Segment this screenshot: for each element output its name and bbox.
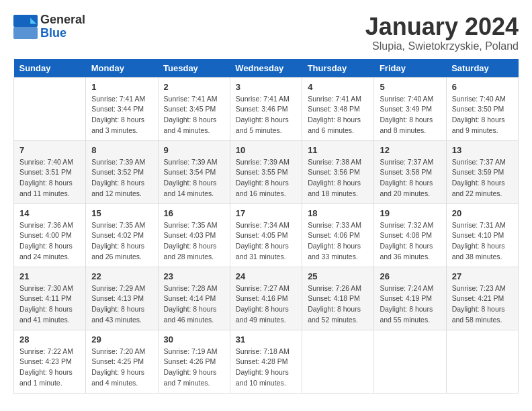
day-detail: Sunrise: 7:41 AMSunset: 3:44 PMDaylight:… — [91, 94, 152, 136]
calendar-cell: 10Sunrise: 7:39 AMSunset: 3:55 PMDayligh… — [230, 140, 302, 203]
logo-line2: Blue — [40, 27, 85, 40]
day-number: 8 — [91, 145, 152, 155]
day-detail: Sunrise: 7:37 AMSunset: 3:58 PMDaylight:… — [380, 157, 440, 199]
calendar-cell: 17Sunrise: 7:34 AMSunset: 4:05 PMDayligh… — [230, 203, 302, 267]
day-header-tuesday: Tuesday — [158, 59, 230, 78]
day-detail: Sunrise: 7:35 AMSunset: 4:02 PMDaylight:… — [91, 220, 152, 263]
day-detail: Sunrise: 7:32 AMSunset: 4:08 PMDaylight:… — [380, 220, 440, 263]
day-number: 18 — [308, 208, 368, 218]
day-number: 10 — [236, 145, 296, 155]
day-number: 25 — [308, 271, 368, 281]
calendar-cell: 25Sunrise: 7:26 AMSunset: 4:18 PMDayligh… — [302, 267, 374, 330]
month-title: January 2024 — [365, 13, 519, 40]
day-number: 29 — [91, 334, 152, 345]
calendar-cell: 29Sunrise: 7:20 AMSunset: 4:25 PMDayligh… — [86, 330, 158, 393]
day-number: 21 — [19, 271, 80, 281]
calendar-cell: 14Sunrise: 7:36 AMSunset: 4:00 PMDayligh… — [14, 203, 86, 267]
day-detail: Sunrise: 7:38 AMSunset: 3:56 PMDaylight:… — [308, 157, 368, 199]
day-header-sunday: Sunday — [14, 59, 86, 78]
day-detail: Sunrise: 7:27 AMSunset: 4:16 PMDaylight:… — [236, 283, 296, 326]
day-number: 12 — [380, 145, 440, 155]
calendar-cell — [446, 330, 518, 393]
calendar-cell: 1Sunrise: 7:41 AMSunset: 3:44 PMDaylight… — [86, 77, 158, 140]
day-number: 20 — [452, 208, 513, 218]
location: Slupia, Swietokrzyskie, Poland — [365, 40, 519, 52]
day-detail: Sunrise: 7:23 AMSunset: 4:21 PMDaylight:… — [452, 283, 513, 326]
day-detail: Sunrise: 7:26 AMSunset: 4:18 PMDaylight:… — [308, 283, 368, 326]
day-detail: Sunrise: 7:41 AMSunset: 3:45 PMDaylight:… — [164, 94, 224, 136]
calendar-cell: 6Sunrise: 7:40 AMSunset: 3:50 PMDaylight… — [446, 77, 518, 140]
day-detail: Sunrise: 7:36 AMSunset: 4:00 PMDaylight:… — [19, 220, 80, 263]
calendar-cell: 27Sunrise: 7:23 AMSunset: 4:21 PMDayligh… — [446, 267, 518, 330]
day-detail: Sunrise: 7:39 AMSunset: 3:52 PMDaylight:… — [91, 157, 152, 199]
day-number: 30 — [164, 334, 224, 345]
calendar-header: SundayMondayTuesdayWednesdayThursdayFrid… — [14, 59, 519, 78]
day-number: 16 — [164, 208, 224, 218]
title-block: January 2024 Slupia, Swietokrzyskie, Pol… — [365, 13, 519, 52]
day-detail: Sunrise: 7:29 AMSunset: 4:13 PMDaylight:… — [91, 283, 152, 326]
day-detail: Sunrise: 7:35 AMSunset: 4:03 PMDaylight:… — [164, 220, 224, 263]
day-number: 19 — [380, 208, 440, 218]
calendar-cell: 16Sunrise: 7:35 AMSunset: 4:03 PMDayligh… — [158, 203, 230, 267]
calendar-table: SundayMondayTuesdayWednesdayThursdayFrid… — [13, 59, 519, 394]
day-detail: Sunrise: 7:40 AMSunset: 3:50 PMDaylight:… — [452, 94, 513, 136]
calendar-cell: 9Sunrise: 7:39 AMSunset: 3:54 PMDaylight… — [158, 140, 230, 203]
day-header-thursday: Thursday — [302, 59, 374, 78]
calendar-cell — [14, 77, 86, 140]
day-number: 27 — [452, 271, 513, 281]
day-number: 9 — [164, 145, 224, 155]
day-number: 1 — [91, 82, 152, 92]
calendar-cell: 21Sunrise: 7:30 AMSunset: 4:11 PMDayligh… — [14, 267, 86, 330]
day-number: 14 — [19, 208, 80, 218]
calendar-cell: 19Sunrise: 7:32 AMSunset: 4:08 PMDayligh… — [374, 203, 446, 267]
calendar-cell: 13Sunrise: 7:37 AMSunset: 3:59 PMDayligh… — [446, 140, 518, 203]
day-detail: Sunrise: 7:39 AMSunset: 3:55 PMDaylight:… — [236, 157, 296, 199]
logo-line1: General — [40, 13, 85, 27]
day-detail: Sunrise: 7:18 AMSunset: 4:28 PMDaylight:… — [236, 347, 296, 389]
day-detail: Sunrise: 7:28 AMSunset: 4:14 PMDaylight:… — [164, 283, 224, 326]
calendar-cell: 8Sunrise: 7:39 AMSunset: 3:52 PMDaylight… — [86, 140, 158, 203]
calendar-cell: 22Sunrise: 7:29 AMSunset: 4:13 PMDayligh… — [86, 267, 158, 330]
calendar-cell — [302, 330, 374, 393]
day-number: 3 — [236, 82, 296, 92]
day-number: 7 — [19, 145, 80, 155]
day-detail: Sunrise: 7:40 AMSunset: 3:51 PMDaylight:… — [19, 157, 80, 199]
day-number: 22 — [91, 271, 152, 281]
day-detail: Sunrise: 7:33 AMSunset: 4:06 PMDaylight:… — [308, 220, 368, 263]
calendar-cell: 4Sunrise: 7:41 AMSunset: 3:48 PMDaylight… — [302, 77, 374, 140]
logo: General Blue — [13, 13, 85, 40]
svg-rect-1 — [13, 27, 38, 39]
day-header-wednesday: Wednesday — [230, 59, 302, 78]
day-header-friday: Friday — [374, 59, 446, 78]
calendar-cell: 18Sunrise: 7:33 AMSunset: 4:06 PMDayligh… — [302, 203, 374, 267]
day-detail: Sunrise: 7:40 AMSunset: 3:49 PMDaylight:… — [380, 94, 440, 136]
day-number: 2 — [164, 82, 224, 92]
calendar-cell: 20Sunrise: 7:31 AMSunset: 4:10 PMDayligh… — [446, 203, 518, 267]
calendar-body: 1Sunrise: 7:41 AMSunset: 3:44 PMDaylight… — [14, 77, 519, 393]
day-number: 11 — [308, 145, 368, 155]
day-number: 28 — [19, 334, 80, 345]
calendar-cell: 15Sunrise: 7:35 AMSunset: 4:02 PMDayligh… — [86, 203, 158, 267]
day-number: 4 — [308, 82, 368, 92]
day-detail: Sunrise: 7:20 AMSunset: 4:25 PMDaylight:… — [91, 347, 152, 389]
calendar-cell: 11Sunrise: 7:38 AMSunset: 3:56 PMDayligh… — [302, 140, 374, 203]
calendar-cell: 7Sunrise: 7:40 AMSunset: 3:51 PMDaylight… — [14, 140, 86, 203]
day-header-monday: Monday — [86, 59, 158, 78]
calendar-cell: 24Sunrise: 7:27 AMSunset: 4:16 PMDayligh… — [230, 267, 302, 330]
svg-rect-0 — [13, 15, 38, 27]
day-number: 15 — [91, 208, 152, 218]
day-detail: Sunrise: 7:30 AMSunset: 4:11 PMDaylight:… — [19, 283, 80, 326]
day-detail: Sunrise: 7:34 AMSunset: 4:05 PMDaylight:… — [236, 220, 296, 263]
logo-icon — [13, 15, 38, 39]
day-number: 17 — [236, 208, 296, 218]
calendar-cell: 5Sunrise: 7:40 AMSunset: 3:49 PMDaylight… — [374, 77, 446, 140]
day-detail: Sunrise: 7:22 AMSunset: 4:23 PMDaylight:… — [19, 347, 80, 389]
day-detail: Sunrise: 7:39 AMSunset: 3:54 PMDaylight:… — [164, 157, 224, 199]
calendar-cell: 26Sunrise: 7:24 AMSunset: 4:19 PMDayligh… — [374, 267, 446, 330]
day-number: 24 — [236, 271, 296, 281]
day-number: 13 — [452, 145, 513, 155]
day-detail: Sunrise: 7:19 AMSunset: 4:26 PMDaylight:… — [164, 347, 224, 389]
calendar-cell: 23Sunrise: 7:28 AMSunset: 4:14 PMDayligh… — [158, 267, 230, 330]
calendar-cell: 12Sunrise: 7:37 AMSunset: 3:58 PMDayligh… — [374, 140, 446, 203]
day-detail: Sunrise: 7:31 AMSunset: 4:10 PMDaylight:… — [452, 220, 513, 263]
